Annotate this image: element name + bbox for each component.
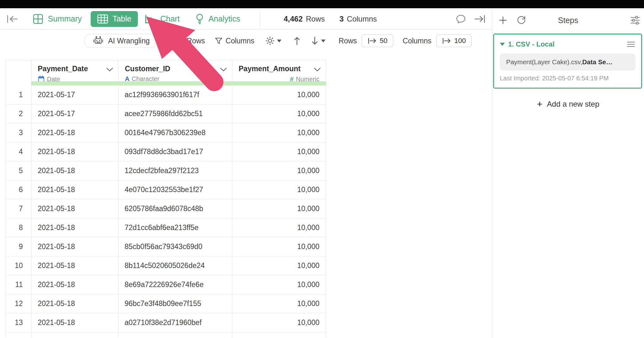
chevron-down-icon [321,40,325,42]
tab-summary[interactable]: Summary [32,13,82,25]
tab-analytics[interactable]: Analytics [195,13,240,25]
payment-date-cell: 2021-05-18 [31,218,119,237]
table-body: 12021-05-17ac12f9936963901f617f10,000220… [5,85,326,337]
add-step-plus-icon[interactable] [499,16,507,25]
table-row: 132021-05-18a02710f38e2d71960bef10,000 [5,313,326,332]
column-menu-chevron-icon[interactable] [313,67,321,72]
row-number: 3 [5,123,31,142]
column-menu-chevron-icon[interactable] [220,67,227,72]
payment-date-cell: 2021-05-18 [31,313,119,332]
row-number: 2 [5,104,31,123]
table-row: 32021-05-1800164e47967b306239e810,000 [5,123,326,142]
payment-amount-cell: 10,000 [232,294,326,313]
column-count: 3 Columns [339,15,377,23]
comment-bubble-icon[interactable] [456,14,466,24]
row-number: 5 [5,161,31,180]
table-row: 52021-05-1812cdecf2bfea297f212310,000 [5,161,326,180]
payment-date-cell: 2021-05-18 [31,237,119,256]
customer-id-cell: 12cdecf2bfea297f2123 [119,161,232,180]
chevron-down-icon [277,40,281,42]
payment-amount-cell: 10,000 [232,85,326,104]
app-window: Summary Table [0,0,644,338]
tab-chart[interactable]: Chart [144,14,180,24]
customer-id-cell: 85cb0f56ac79343c69d0 [119,237,232,256]
row-number: 12 [5,294,31,313]
wrangle-toolbar: AI Wrangling Rows [0,30,492,52]
 [232,332,326,337]
row-number: 11 [5,275,31,294]
payment-amount-cell: 10,000 [232,161,326,180]
row-number: 6 [5,180,31,199]
tab-table-label: Table [113,14,132,23]
robot-icon [93,36,104,46]
column-menu-chevron-icon[interactable] [106,67,113,72]
scroll-up-icon[interactable] [293,36,301,46]
tab-table[interactable]: Table [91,11,138,27]
filter-columns-label: Columns [226,37,254,45]
last-imported-timestamp: Last Imported: 2025-05-07 6:54:19 PM [500,75,635,82]
step-source-file[interactable]: Payment(Layer Cake).csv, Data Se… [500,53,635,71]
step-source-file-name: Payment(Layer Cake).csv, [506,58,582,66]
column-header-payment-date[interactable]: Payment_Date [31,60,119,85]
column-count-value: 3 [339,15,344,23]
funnel-icon [176,37,184,45]
column-header-customer-id[interactable]: Customer_ID A Character [119,60,232,85]
payment-date-cell: 2021-05-18 [31,142,119,161]
row-number: 13 [5,313,31,332]
ai-wrangling-button[interactable]: AI Wrangling [84,34,158,48]
table-row: 42021-05-18093df78d8dc3bad17e1710,000 [5,142,326,161]
payment-date-cell: 2021-05-18 [31,294,119,313]
tab-chart-label: Chart [160,14,180,23]
sliders-settings-icon[interactable] [630,16,640,25]
filter-rows-button[interactable]: Rows [176,37,205,45]
column-header-payment-amount[interactable]: Payment_Amount # Numeric [232,60,326,85]
payment-amount-cell: 10,000 [232,313,326,332]
customer-id-cell: acee2775986fdd62bc51 [119,104,232,123]
step-disclosure-triangle-icon[interactable] [500,43,505,46]
payment-date-cell: 2021-05-18 [31,275,119,294]
table-row: 112021-05-188e69a72226926e74fe6e10,000 [5,275,326,294]
customer-id-cell: 00164e47967b306239e8 [119,123,232,142]
funnel-icon [215,37,223,45]
collapse-left-icon[interactable] [6,14,18,24]
steps-panel: Steps 1. CSV - Local [492,8,644,338]
step-menu-hamburger-icon[interactable] [627,41,635,48]
table-row: 72021-05-186205786faa9d6078c48b10,000 [5,199,326,218]
grid-3x3-icon [97,14,108,24]
customer-id-cell: 96bc7e3f48b09ee7f155 [119,294,232,313]
add-new-step-button[interactable]: + Add a new step [492,99,644,109]
table-settings-button[interactable] [265,36,281,46]
row-count-value: 4,462 [284,15,303,23]
 [31,332,119,337]
toolbar-divider [260,12,260,26]
steps-panel-title: Steps [492,16,644,25]
filter-columns-button[interactable]: Columns [215,37,254,45]
skip-to-icon [442,37,451,44]
filter-rows-label: Rows [187,37,205,45]
payment-date-cell: 2021-05-18 [31,180,119,199]
column-name: Customer_ID [125,65,232,73]
payment-amount-cell: 10,000 [232,256,326,275]
table-row: 62021-05-184e070c12032553be1f2710,000 [5,180,326,199]
table-row: 22021-05-17acee2775986fdd62bc5110,000 [5,104,326,123]
row-number: 7 [5,199,31,218]
columns-page-size-button[interactable]: 100 [436,34,472,47]
step-title: 1. CSV - Local [508,40,627,48]
customer-id-cell: 6205786faa9d6078c48b [119,199,232,218]
row-number: 4 [5,142,31,161]
payment-amount-cell: 10,000 [232,199,326,218]
customer-id-cell: 4e070c12032553be1f27 [119,180,232,199]
payment-amount-cell: 10,000 [232,180,326,199]
row-number: 1 [5,85,31,104]
table-row: 122021-05-1896bc7e3f48b09ee7f15510,000 [5,294,326,313]
payment-date-cell: 2021-05-17 [31,104,119,123]
row-number: 10 [5,256,31,275]
payment-amount-cell: 10,000 [232,142,326,161]
scroll-down-button[interactable] [311,36,325,46]
grid-2x2-icon [32,13,44,25]
rows-page-size-button[interactable]: 50 [362,34,393,47]
table-row: 92021-05-1885cb0f56ac79343c69d010,000 [5,237,326,256]
expand-right-icon[interactable] [474,14,486,24]
rows-page-size-value: 50 [380,37,387,45]
step-card-csv-local[interactable]: 1. CSV - Local Payment(Layer Cake).csv, … [493,34,642,89]
